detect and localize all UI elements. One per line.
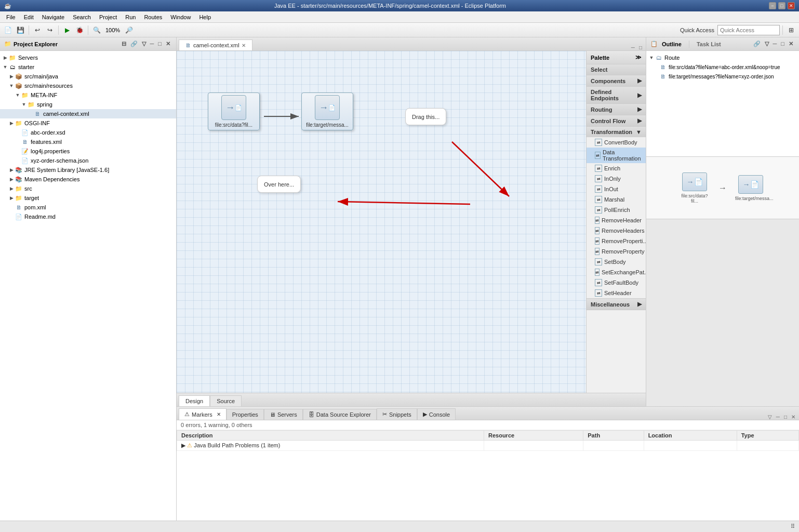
palette-endpoints-header[interactable]: Defined Endpoints ▶ [587, 87, 646, 103]
palette-transformation-header[interactable]: Transformation ▼ [587, 127, 646, 137]
bp-close-btn[interactable]: ✕ [790, 414, 797, 420]
bp-tab-servers[interactable]: 🖥 Servers [264, 409, 303, 420]
outline-max-btn[interactable]: □ [779, 40, 786, 48]
diagram-node-target[interactable]: → 📄 file:target/messa... [301, 92, 353, 130]
outline-sync-btn[interactable]: 🔗 [752, 40, 762, 48]
outline-tree-route[interactable]: ▼ 🗂 Route [648, 53, 797, 62]
debug-button[interactable]: 🐞 [74, 24, 85, 36]
zoom-out-btn[interactable]: 🔍 [91, 24, 102, 36]
tree-item-readme[interactable]: 📄 Readme.md [0, 212, 176, 221]
tree-item-src-main-java[interactable]: ▶ 📦 src/main/java [0, 72, 176, 81]
palette-control-flow-header[interactable]: Control Flow ▶ [587, 115, 646, 126]
redo-button[interactable]: ↪ [44, 24, 56, 36]
palette-item-removeheaders[interactable]: ⇄ RemoveHeaders [587, 225, 646, 236]
editor-tab-camel[interactable]: 🗎 camel-context.xml ✕ [179, 39, 252, 50]
tree-item-meta-inf[interactable]: ▼ 📁 META-INF [0, 90, 176, 100]
outline-tree-file1[interactable]: 🗎 file:src/data?fileName=abc-order.xml&n… [648, 62, 797, 72]
tree-item-src[interactable]: ▶ 📁 src [0, 184, 176, 193]
undo-button[interactable]: ↩ [32, 24, 43, 36]
palette-item-marshal[interactable]: ⇄ Marshal [587, 194, 646, 205]
perspective-button[interactable]: ⊞ [785, 24, 797, 36]
pe-minimize-btn[interactable]: ─ [149, 40, 156, 48]
bp-max-btn[interactable]: □ [782, 414, 789, 420]
close-button[interactable]: ✕ [788, 2, 795, 9]
outline-menu-btn[interactable]: ▽ [763, 40, 770, 48]
outline-close-btn[interactable]: ✕ [787, 40, 795, 48]
menu-navigate[interactable]: Navigate [38, 13, 69, 21]
pe-maximize-btn[interactable]: □ [156, 40, 163, 48]
pe-menu-btn[interactable]: ▽ [140, 40, 148, 48]
title-bar-controls[interactable]: − □ ✕ [769, 2, 795, 9]
new-button[interactable]: 📄 [2, 24, 14, 36]
tree-item-starter[interactable]: ▼ 🗂 starter [0, 62, 176, 72]
table-row[interactable]: ▶ ⚠ Java Build Path Problems (1 item) [177, 441, 799, 451]
palette-item-enrich[interactable]: ⇄ Enrich [587, 163, 646, 174]
bp-tab-properties[interactable]: Properties [227, 409, 264, 420]
diagram-node-source[interactable]: → 📄 file:src/data?fil... [208, 92, 260, 130]
menu-project[interactable]: Project [95, 13, 121, 21]
editor-max-btn[interactable]: □ [637, 45, 644, 50]
palette-expand-btn[interactable]: ≫ [635, 54, 642, 61]
tree-item-log4j[interactable]: 📝 log4j.properties [0, 147, 176, 156]
tree-item-abc-order[interactable]: 📄 abc-order.xsd [0, 128, 176, 137]
tab-close-btn[interactable]: ✕ [242, 43, 246, 48]
palette-item-pollenrich[interactable]: ⇄ PollEnrich [587, 205, 646, 215]
zoom-in-btn[interactable]: 🔎 [123, 24, 135, 36]
menu-edit[interactable]: Edit [20, 13, 38, 21]
diagram-canvas[interactable]: → 📄 file:src/data?fil... → 📄 file:tar [177, 51, 586, 393]
bp-menu-btn[interactable]: ▽ [766, 414, 774, 420]
menu-file[interactable]: File [2, 13, 20, 21]
quick-access-input[interactable] [717, 25, 780, 35]
palette-item-setexchangepat[interactable]: ⇄ SetExchangePat... [587, 267, 646, 277]
palette-misc-header[interactable]: Miscellaneous ▶ [587, 299, 646, 310]
tree-item-src-main-resources[interactable]: ▼ 📦 src/main/resources [0, 81, 176, 90]
palette-item-removeproperty[interactable]: ⇄ RemoveProperty [587, 246, 646, 257]
markers-tab-close[interactable]: ✕ [217, 411, 221, 417]
menu-help[interactable]: Help [195, 13, 215, 21]
tree-item-spring[interactable]: ▼ 📁 spring [0, 100, 176, 109]
bp-min-btn[interactable]: ─ [775, 414, 781, 420]
menu-window[interactable]: Window [166, 13, 195, 21]
menu-routes[interactable]: Routes [140, 13, 166, 21]
tree-item-xyz-schema[interactable]: 📄 xyz-order-schema.json [0, 156, 176, 165]
palette-item-data-transformation[interactable]: ⇄ Data Transformation [587, 148, 646, 163]
save-button[interactable]: 💾 [15, 24, 26, 36]
link-editor-btn[interactable]: 🔗 [129, 40, 139, 48]
tree-item-pom[interactable]: 🗎 pom.xml [0, 203, 176, 212]
outline-min-btn[interactable]: ─ [771, 40, 779, 48]
menu-search[interactable]: Search [69, 13, 95, 21]
palette-item-setbody[interactable]: ⇄ SetBody [587, 257, 646, 267]
palette-item-inonly[interactable]: ⇄ InOnly [587, 174, 646, 184]
palette-item-removeproperties[interactable]: ⇄ RemoveProperti... [587, 236, 646, 246]
palette-select-header[interactable]: Select [587, 64, 646, 75]
expand-arrow[interactable]: ▶ [181, 442, 185, 448]
tab-source[interactable]: Source [210, 395, 242, 406]
tree-item-osgi-inf[interactable]: ▶ 📁 OSGI-INF [0, 118, 176, 128]
maximize-button[interactable]: □ [778, 2, 785, 9]
bp-tab-markers[interactable]: ⚠ Markers ✕ [179, 408, 227, 420]
pe-close-btn[interactable]: ✕ [164, 40, 172, 48]
tree-item-camel-context[interactable]: 🗎 camel-context.xml [0, 109, 176, 118]
tree-item-servers[interactable]: ▶ 📁 Servers [0, 53, 176, 62]
tree-item-features[interactable]: 🗎 features.xml [0, 137, 176, 147]
palette-item-inout[interactable]: ⇄ InOut [587, 184, 646, 194]
palette-item-setheader[interactable]: ⇄ SetHeader [587, 288, 646, 298]
palette-item-removeheader[interactable]: ⇄ RemoveHeader [587, 215, 646, 225]
bp-tab-datasource[interactable]: 🗄 Data Source Explorer [303, 409, 377, 420]
palette-routing-header[interactable]: Routing ▶ [587, 104, 646, 115]
bp-tab-snippets[interactable]: ✂ Snippets [377, 408, 417, 420]
run-button[interactable]: ▶ [61, 24, 73, 36]
tree-item-maven[interactable]: ▶ 📚 Maven Dependencies [0, 175, 176, 184]
tree-item-target[interactable]: ▶ 📁 target [0, 193, 176, 203]
palette-item-setfaultbody[interactable]: ⇄ SetFaultBody [587, 277, 646, 288]
palette-item-convertbody[interactable]: ⇄ ConvertBody [587, 137, 646, 148]
bp-tab-console[interactable]: ▶ Console [417, 408, 456, 420]
minimize-button[interactable]: − [769, 2, 776, 9]
tab-design[interactable]: Design [179, 395, 210, 406]
collapse-all-btn[interactable]: ⊟ [120, 40, 128, 48]
menu-run[interactable]: Run [121, 13, 140, 21]
editor-min-btn[interactable]: ─ [630, 45, 636, 50]
outline-tree-file2[interactable]: 🗎 file:target/messages?fileName=xyz-orde… [648, 72, 797, 81]
tree-item-jre[interactable]: ▶ 📚 JRE System Library [JavaSE-1.6] [0, 165, 176, 175]
palette-components-header[interactable]: Components ▶ [587, 75, 646, 86]
